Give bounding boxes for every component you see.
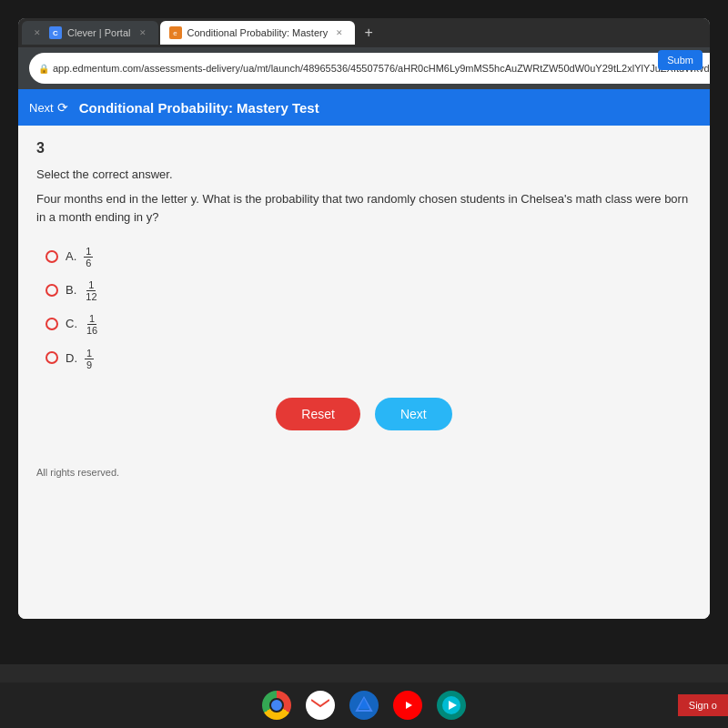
nav-bar: Next ⟳ Conditional Probability: Mastery … — [18, 89, 710, 126]
answer-options: A. 1 6 B. 1 12 — [36, 244, 692, 370]
tab-close-x[interactable]: ✕ — [136, 26, 149, 39]
youtube-taskbar-icon[interactable] — [393, 691, 422, 720]
nav-next-button[interactable]: Next ⟳ — [29, 100, 68, 115]
option-d[interactable]: D. 1 9 — [46, 346, 692, 370]
option-c[interactable]: C. 1 16 — [46, 311, 692, 336]
question-text: Four months end in the letter y. What is… — [36, 190, 692, 226]
action-buttons: Reset Next — [36, 398, 692, 430]
chrome-taskbar-icon[interactable] — [262, 691, 291, 720]
nav-next-label: Next — [29, 101, 54, 115]
sign-out-button[interactable]: Sign o — [678, 694, 728, 716]
option-b[interactable]: B. 1 12 — [46, 278, 692, 302]
question-instruction: Select the correct answer. — [36, 167, 692, 181]
radio-a[interactable] — [46, 250, 58, 263]
nav-next-icon: ⟳ — [57, 100, 68, 115]
tab-clever[interactable]: ✕ C Clever | Portal ✕ — [22, 21, 158, 45]
play-taskbar-icon[interactable] — [437, 691, 466, 720]
taskbar: Sign o — [0, 682, 728, 728]
lock-icon: 🔒 — [38, 64, 49, 74]
option-a-label: A. — [66, 249, 76, 263]
option-b-label: B. — [66, 283, 76, 297]
option-c-label: C. — [66, 317, 77, 330]
option-a-value: 1 6 — [84, 244, 93, 268]
drive-taskbar-icon[interactable] — [349, 691, 379, 720]
next-button[interactable]: Next — [375, 398, 452, 430]
address-bar[interactable]: app.edmentum.com/assessments-delivery/ua… — [53, 63, 710, 74]
option-b-value: 1 12 — [84, 278, 98, 302]
radio-b[interactable] — [46, 284, 58, 297]
option-c-value: 1 16 — [85, 311, 99, 336]
page-title: Conditional Probability: Mastery Test — [79, 100, 319, 116]
tab-close-clever[interactable]: ✕ — [31, 26, 44, 39]
submit-button[interactable]: Subm — [658, 50, 703, 70]
option-a[interactable]: A. 1 6 — [46, 244, 692, 268]
content-area: 3 Select the correct answer. Four months… — [18, 126, 710, 619]
radio-c[interactable] — [46, 318, 58, 330]
question-number: 3 — [36, 140, 692, 157]
new-tab-button[interactable]: + — [357, 21, 380, 45]
tab-edmentum[interactable]: e Conditional Probability: Mastery ✕ — [160, 21, 356, 45]
gmail-taskbar-icon[interactable] — [306, 691, 335, 720]
clever-icon: C — [49, 26, 62, 39]
option-d-value: 1 9 — [85, 346, 94, 370]
tab-bar: ✕ C Clever | Portal ✕ e Conditional Prob… — [18, 18, 710, 47]
tab-label-clever: Clever | Portal — [67, 27, 131, 38]
reset-button[interactable]: Reset — [276, 398, 360, 430]
tab-close-edmentum[interactable]: ✕ — [333, 26, 346, 39]
tab-label-edmentum: Conditional Probability: Mastery — [187, 27, 329, 38]
footer-rights: All rights reserved. — [36, 467, 692, 485]
edmentum-icon: e — [169, 26, 182, 39]
radio-d[interactable] — [46, 351, 58, 364]
laptop-bottom-edge — [0, 664, 728, 682]
option-d-label: D. — [66, 351, 77, 365]
